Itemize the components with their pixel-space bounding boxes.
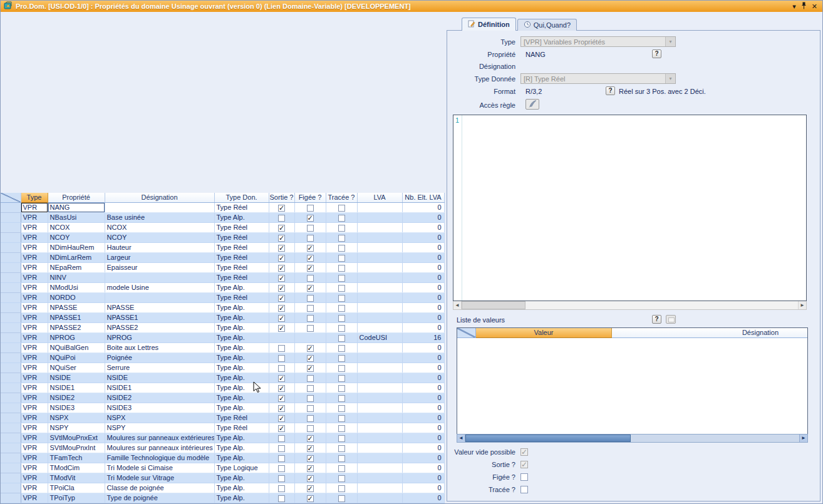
checkbox[interactable]	[307, 425, 314, 432]
cell-propriete[interactable]: NSIDE1	[48, 383, 105, 393]
cell-lva[interactable]	[357, 493, 402, 503]
checkbox[interactable]	[307, 245, 314, 252]
type-select[interactable]: [VPR] Variables Propriétés ▾	[520, 36, 676, 47]
cell-type-don[interactable]: Type Réel	[214, 413, 269, 423]
cell-propriete[interactable]: NModUsi	[48, 283, 105, 293]
cell-designation[interactable]: Poignée	[105, 353, 214, 363]
cell-nb-elt-lva[interactable]: 0	[402, 223, 444, 233]
cell-lva[interactable]	[357, 443, 402, 453]
cell-designation[interactable]: Hauteur	[105, 243, 214, 253]
cell-designation[interactable]: Classe de poignée	[105, 483, 214, 493]
cell-type[interactable]: VPR	[21, 263, 48, 273]
table-row[interactable]: VPRNCOYNCOYType Réel0	[1, 233, 444, 243]
cell-figee[interactable]	[294, 363, 326, 373]
cell-designation[interactable]: NSPY	[105, 423, 214, 433]
checkbox[interactable]	[338, 325, 345, 332]
checkbox[interactable]	[307, 265, 314, 272]
cell-tracee[interactable]	[326, 203, 357, 213]
cell-lva[interactable]	[357, 203, 402, 213]
cell-type-don[interactable]: Type Réel	[214, 273, 269, 283]
cell-nb-elt-lva[interactable]: 0	[402, 443, 444, 453]
cell-nb-elt-lva[interactable]: 0	[402, 263, 444, 273]
cell-figee[interactable]	[294, 413, 326, 423]
checkbox[interactable]	[338, 335, 345, 342]
cell-type-don[interactable]: Type Alp.	[214, 283, 269, 293]
cell-lva[interactable]	[357, 463, 402, 473]
checkbox[interactable]	[338, 305, 345, 312]
table-row[interactable]: VPRTModCimTri Modele si CimaiseType Logi…	[1, 463, 444, 473]
cell-type-don[interactable]: Type Réel	[214, 233, 269, 243]
values-body[interactable]	[457, 338, 807, 434]
checkbox[interactable]	[338, 245, 345, 252]
table-row[interactable]: VPRNCOXNCOXType Réel0	[1, 223, 444, 233]
cell-sortie[interactable]	[269, 423, 294, 433]
checkbox[interactable]	[307, 315, 314, 322]
checkbox[interactable]	[338, 345, 345, 352]
checkbox[interactable]	[338, 215, 345, 222]
cell-figee[interactable]	[294, 393, 326, 403]
row-selector[interactable]	[1, 363, 21, 373]
cell-type-don[interactable]: Type Alp.	[214, 483, 269, 493]
checkbox[interactable]	[278, 355, 285, 362]
cell-type-don[interactable]: Type Logique	[214, 463, 269, 473]
checkbox[interactable]	[278, 215, 285, 222]
cell-lva[interactable]	[357, 413, 402, 423]
checkbox[interactable]	[307, 445, 314, 452]
cell-tracee[interactable]	[326, 493, 357, 503]
cell-tracee[interactable]	[326, 443, 357, 453]
checkbox[interactable]	[307, 385, 314, 392]
cell-designation[interactable]: NSIDE3	[105, 403, 214, 413]
cell-nb-elt-lva[interactable]: 16	[402, 333, 444, 343]
editor-horizontal-scrollbar[interactable]: ◄ ►	[453, 301, 807, 310]
scroll-left-icon[interactable]: ◄	[453, 301, 462, 309]
cell-type[interactable]: VPR	[21, 213, 48, 223]
cell-designation[interactable]: NPASSE	[105, 303, 214, 313]
checkbox[interactable]	[278, 475, 285, 482]
cell-type-don[interactable]: Type Alp.	[214, 353, 269, 363]
grid-corner-cell[interactable]	[1, 193, 21, 203]
acces-regle-button[interactable]	[525, 99, 539, 110]
cell-sortie[interactable]	[269, 463, 294, 473]
cell-sortie[interactable]	[269, 283, 294, 293]
cell-sortie[interactable]	[269, 403, 294, 413]
checkbox[interactable]	[338, 415, 345, 422]
cell-sortie[interactable]	[269, 223, 294, 233]
row-selector[interactable]	[1, 383, 21, 393]
cell-type-don[interactable]: Type Alp.	[214, 433, 269, 443]
cell-type[interactable]: VPR	[21, 413, 48, 423]
cell-sortie[interactable]	[269, 213, 294, 223]
checkbox[interactable]	[307, 395, 314, 402]
cell-propriete[interactable]: NANG	[48, 203, 105, 213]
checkbox[interactable]	[278, 385, 285, 392]
col-header-fig-e[interactable]: Figée ?	[294, 193, 326, 203]
table-row[interactable]: VPRNPASSENPASSEType Alp.0	[1, 303, 444, 313]
checkbox[interactable]	[338, 365, 345, 372]
cell-figee[interactable]	[294, 353, 326, 363]
checkbox[interactable]	[338, 435, 345, 442]
cell-nb-elt-lva[interactable]: 0	[402, 293, 444, 303]
checkbox[interactable]	[307, 375, 314, 382]
cell-type[interactable]: VPR	[21, 243, 48, 253]
col-header-type[interactable]: Type	[21, 193, 48, 203]
cell-figee[interactable]	[294, 233, 326, 243]
cell-designation[interactable]: NPASSE1	[105, 313, 214, 323]
row-selector[interactable]	[1, 463, 21, 473]
scroll-right-icon[interactable]: ►	[799, 435, 807, 442]
checkbox[interactable]	[307, 365, 314, 372]
cell-designation[interactable]: modele Usine	[105, 283, 214, 293]
cell-propriete[interactable]: NSPY	[48, 423, 105, 433]
cell-sortie[interactable]	[269, 473, 294, 483]
checkbox[interactable]	[278, 255, 285, 262]
cell-designation[interactable]: Tri Modele sur Vitrage	[105, 473, 214, 483]
cell-type-don[interactable]: Type Alp.	[214, 403, 269, 413]
liste-tool-button[interactable]	[666, 315, 676, 324]
cell-nb-elt-lva[interactable]: 0	[402, 473, 444, 483]
checkbox[interactable]	[307, 435, 314, 442]
cell-sortie[interactable]	[269, 333, 294, 343]
cell-lva[interactable]	[357, 423, 402, 433]
checkbox[interactable]	[278, 365, 285, 372]
checkbox[interactable]	[278, 465, 285, 472]
table-row[interactable]: VPRNDimHauRemHauteurType Réel0	[1, 243, 444, 253]
row-selector[interactable]	[1, 313, 21, 323]
cell-figee[interactable]	[294, 243, 326, 253]
